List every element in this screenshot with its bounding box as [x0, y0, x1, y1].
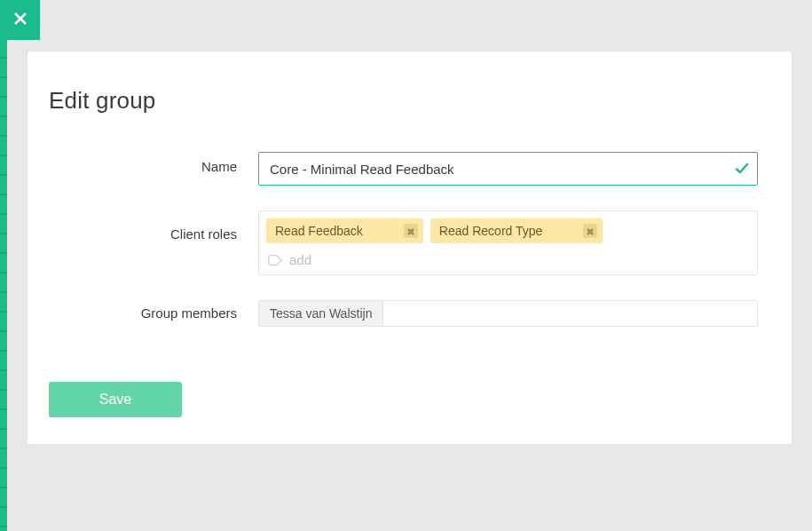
- add-role-input[interactable]: [289, 252, 750, 267]
- name-input[interactable]: [258, 152, 758, 186]
- client-role-label: Read Feedback: [275, 224, 363, 238]
- client-role-tag: Read Record Type: [430, 218, 603, 243]
- name-label: Name: [47, 152, 258, 174]
- client-role-tag: Read Feedback: [266, 218, 423, 243]
- page-title: Edit group: [49, 87, 758, 115]
- client-role-label: Read Record Type: [439, 224, 542, 238]
- sidebar-stripe: [0, 0, 7, 531]
- form-row-client-roles: Client roles Read Feedback Read Record T…: [47, 210, 758, 275]
- group-members-label: Group members: [47, 300, 258, 321]
- x-icon: [587, 224, 594, 238]
- edit-group-card: Edit group Name Client roles Read Feedba…: [27, 51, 792, 445]
- tag-icon: [268, 254, 282, 266]
- group-members-box[interactable]: Tessa van Walstijn: [258, 300, 758, 327]
- close-icon: [13, 12, 28, 29]
- form-row-group-members: Group members Tessa van Walstijn: [47, 300, 758, 327]
- group-members-input[interactable]: [383, 301, 757, 326]
- save-button[interactable]: Save: [49, 382, 182, 417]
- close-button[interactable]: [0, 0, 40, 40]
- remove-role-button[interactable]: [404, 224, 418, 238]
- group-member-name: Tessa van Walstijn: [270, 306, 372, 321]
- remove-role-button[interactable]: [583, 224, 597, 238]
- client-roles-box[interactable]: Read Feedback Read Record Type: [258, 210, 758, 275]
- form-row-name: Name: [47, 152, 758, 186]
- group-member-chip: Tessa van Walstijn: [259, 301, 383, 326]
- x-icon: [407, 224, 414, 238]
- client-roles-label: Client roles: [47, 210, 258, 242]
